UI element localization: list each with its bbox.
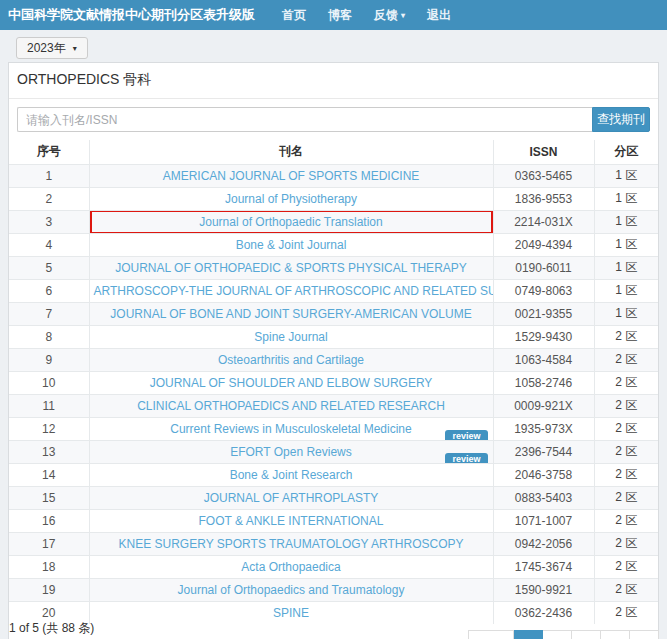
row-index: 1 — [9, 164, 89, 187]
journal-name-cell: JOURNAL OF SHOULDER AND ELBOW SURGERY — [89, 371, 493, 394]
partition-cell: 2 区 — [594, 394, 658, 417]
table-row: 15JOURNAL OF ARTHROPLASTY0883-54032 区 — [9, 486, 658, 509]
pagination-page-button[interactable]: 2 — [543, 630, 572, 639]
partition-cell: 1 区 — [594, 233, 658, 256]
table-row: 20SPINE0362-24362 区 — [9, 601, 658, 624]
pagination-page-button[interactable]: 3 — [572, 630, 601, 639]
pagination: «12345 — [468, 630, 659, 639]
journal-link[interactable]: KNEE SURGERY SPORTS TRAUMATOLOGY ARTHROS… — [119, 537, 464, 551]
nav-item-home[interactable]: 首页 — [282, 7, 306, 24]
journal-name-cell: SPINE — [89, 601, 493, 624]
row-index: 16 — [9, 509, 89, 532]
journal-name-cell: Osteoarthritis and Cartilage — [89, 348, 493, 371]
row-index: 14 — [9, 463, 89, 486]
issn-cell: 2046-3758 — [493, 463, 594, 486]
pagination-page-button[interactable]: 4 — [601, 630, 630, 639]
year-dropdown-button[interactable]: 2023年 ▾ — [16, 37, 88, 59]
nav-item-blog[interactable]: 博客 — [328, 7, 352, 24]
journal-name-cell: FOOT & ANKLE INTERNATIONAL — [89, 509, 493, 532]
pagination-page-button[interactable]: 5 — [630, 630, 659, 639]
row-index: 7 — [9, 302, 89, 325]
page-title: ORTHOPEDICS 骨科 — [9, 63, 658, 99]
partition-cell: 2 区 — [594, 532, 658, 555]
journal-link[interactable]: Osteoarthritis and Cartilage — [218, 353, 364, 367]
journal-name-cell: Journal of Physiotherapy — [89, 187, 493, 210]
row-index: 11 — [9, 394, 89, 417]
journal-name-cell: JOURNAL OF BONE AND JOINT SURGERY-AMERIC… — [89, 302, 493, 325]
journal-name-cell: Bone & Joint Journal — [89, 233, 493, 256]
journal-search-bar: 查找期刊 — [17, 107, 650, 132]
journal-link[interactable]: JOURNAL OF SHOULDER AND ELBOW SURGERY — [150, 376, 433, 390]
partition-cell: 2 区 — [594, 509, 658, 532]
journal-table-body: 1AMERICAN JOURNAL OF SPORTS MEDICINE0363… — [9, 164, 658, 624]
row-index: 8 — [9, 325, 89, 348]
row-index: 19 — [9, 578, 89, 601]
journal-link[interactable]: CLINICAL ORTHOPAEDICS AND RELATED RESEAR… — [137, 399, 445, 413]
journal-link[interactable]: Bone & Joint Research — [230, 468, 353, 482]
journal-name-cell: Bone & Joint Research — [89, 463, 493, 486]
issn-cell: 2396-7544 — [493, 440, 594, 463]
nav-item-logout[interactable]: 退出 — [427, 7, 451, 24]
journal-link[interactable]: JOURNAL OF ORTHOPAEDIC & SPORTS PHYSICAL… — [115, 261, 467, 275]
nav-item-feedback[interactable]: 反馈▾ — [374, 7, 405, 24]
journal-link[interactable]: Acta Orthopaedica — [241, 560, 340, 574]
partition-cell: 1 区 — [594, 279, 658, 302]
table-row: 14Bone & Joint Research2046-37582 区 — [9, 463, 658, 486]
journal-link[interactable]: Spine Journal — [254, 330, 327, 344]
partition-cell: 2 区 — [594, 325, 658, 348]
issn-cell: 2049-4394 — [493, 233, 594, 256]
partition-cell: 2 区 — [594, 555, 658, 578]
journal-name-cell: CLINICAL ORTHOPAEDICS AND RELATED RESEAR… — [89, 394, 493, 417]
partition-cell: 1 区 — [594, 187, 658, 210]
issn-cell: 0190-6011 — [493, 256, 594, 279]
journal-name-cell: Acta Orthopaedica — [89, 555, 493, 578]
journal-name-cell: ARTHROSCOPY-THE JOURNAL OF ARTHROSCOPIC … — [89, 279, 493, 302]
journal-link[interactable]: EFORT Open Reviews — [230, 445, 352, 459]
journal-link[interactable]: Journal of Orthopaedics and Traumatology — [178, 583, 405, 597]
issn-cell: 1058-2746 — [493, 371, 594, 394]
issn-cell: 0749-8063 — [493, 279, 594, 302]
journal-name-cell: Current Reviews in Musculoskeletal Medic… — [89, 417, 493, 440]
pagination-summary: 1 of 5 (共 88 条) — [9, 620, 94, 637]
table-row: 5JOURNAL OF ORTHOPAEDIC & SPORTS PHYSICA… — [9, 256, 658, 279]
journal-link[interactable]: Current Reviews in Musculoskeletal Medic… — [170, 422, 411, 436]
table-row: 7JOURNAL OF BONE AND JOINT SURGERY-AMERI… — [9, 302, 658, 325]
journal-link[interactable]: JOURNAL OF ARTHROPLASTY — [204, 491, 379, 505]
journal-name-cell: Journal of Orthopaedic Translation — [89, 210, 493, 233]
row-index: 10 — [9, 371, 89, 394]
table-row: 3Journal of Orthopaedic Translation2214-… — [9, 210, 658, 233]
review-badge: review — [445, 453, 487, 464]
table-row: 6ARTHROSCOPY-THE JOURNAL OF ARTHROSCOPIC… — [9, 279, 658, 302]
search-input[interactable] — [17, 107, 592, 132]
journal-name-cell: AMERICAN JOURNAL OF SPORTS MEDICINE — [89, 164, 493, 187]
issn-cell: 0362-2436 — [493, 601, 594, 624]
row-index: 13 — [9, 440, 89, 463]
header-index: 序号 — [9, 140, 89, 164]
issn-cell: 1529-9430 — [493, 325, 594, 348]
journal-link[interactable]: JOURNAL OF BONE AND JOINT SURGERY-AMERIC… — [110, 307, 471, 321]
pagination-prev-button[interactable]: « — [468, 630, 514, 639]
journal-name-cell: KNEE SURGERY SPORTS TRAUMATOLOGY ARTHROS… — [89, 532, 493, 555]
search-button[interactable]: 查找期刊 — [592, 107, 650, 132]
top-navbar: 中国科学院文献情报中心期刊分区表升级版 首页 博客 反馈▾ 退出 — [0, 0, 667, 30]
journal-link[interactable]: Bone & Joint Journal — [236, 238, 347, 252]
issn-cell: 0363-5465 — [493, 164, 594, 187]
journal-link[interactable]: FOOT & ANKLE INTERNATIONAL — [199, 514, 384, 528]
issn-cell: 1063-4584 — [493, 348, 594, 371]
journal-link[interactable]: AMERICAN JOURNAL OF SPORTS MEDICINE — [163, 169, 420, 183]
issn-cell: 2214-031X — [493, 210, 594, 233]
partition-cell: 2 区 — [594, 486, 658, 509]
table-row: 17KNEE SURGERY SPORTS TRAUMATOLOGY ARTHR… — [9, 532, 658, 555]
header-partition: 分区 — [594, 140, 658, 164]
journal-name-cell: EFORT Open Reviewsreview — [89, 440, 493, 463]
issn-cell: 1836-9553 — [493, 187, 594, 210]
journal-link[interactable]: SPINE — [273, 606, 309, 620]
partition-cell: 1 区 — [594, 210, 658, 233]
chevron-down-icon: ▾ — [401, 11, 405, 20]
issn-cell: 1745-3674 — [493, 555, 594, 578]
review-badge: review — [445, 430, 487, 441]
journal-link[interactable]: Journal of Orthopaedic Translation — [199, 215, 382, 229]
pagination-page-button[interactable]: 1 — [514, 630, 543, 639]
journal-link[interactable]: Journal of Physiotherapy — [225, 192, 357, 206]
journal-link[interactable]: ARTHROSCOPY-THE JOURNAL OF ARTHROSCOPIC … — [94, 284, 494, 298]
